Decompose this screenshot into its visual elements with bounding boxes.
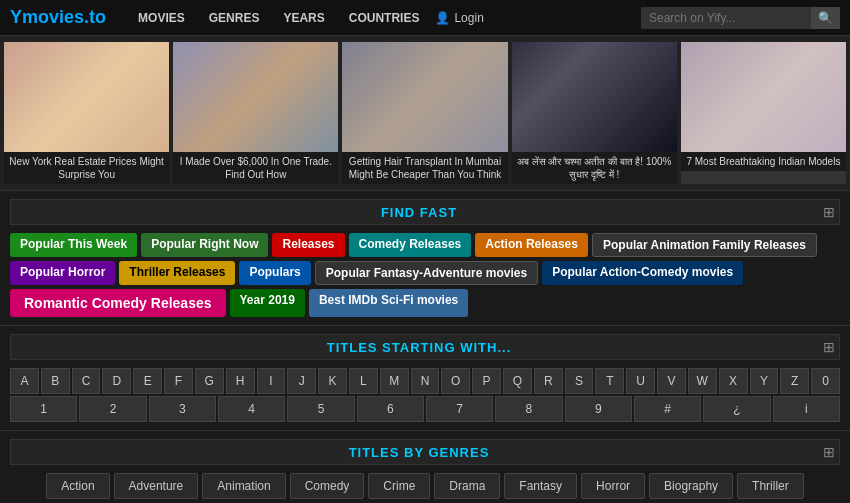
alphabet-button[interactable]: P [472,368,501,394]
search-button[interactable]: 🔍 [811,7,840,29]
alphabet-collapse-icon[interactable]: ⊞ [823,339,835,355]
genre-button[interactable]: Action [46,473,109,499]
genre-button[interactable]: Adventure [114,473,199,499]
alphabet-button[interactable]: R [534,368,563,394]
alphabet-button[interactable]: ¿ [703,396,770,422]
alphabet-button[interactable]: 4 [218,396,285,422]
alphabet-button[interactable]: O [441,368,470,394]
alphabet-button[interactable]: N [411,368,440,394]
find-fast-tag[interactable]: Comedy Releases [349,233,472,257]
alphabet-grid: ABCDEFGHIJKLMNOPQRSTUVWXYZ0123456789#¿i [10,368,840,422]
find-fast-tag[interactable]: Popular Horror [10,261,115,285]
alphabet-button[interactable]: L [349,368,378,394]
nav-movies[interactable]: MOVIES [126,0,197,36]
ad-item-4[interactable]: अब लेंस और चश्मा अतीत की बात है! 100% सु… [512,42,677,184]
alphabet-button[interactable]: 8 [495,396,562,422]
alphabet-button[interactable]: M [380,368,409,394]
find-fast-section: FIND FAST ⊞ Popular This WeekPopular Rig… [0,190,850,325]
login-button[interactable]: 👤 Login [435,11,483,25]
ad-item-2[interactable]: I Made Over $6,000 In One Trade. Find Ou… [173,42,338,184]
ad-item-5[interactable]: 7 Most Breathtaking Indian Models [681,42,846,184]
alphabet-button[interactable]: T [595,368,624,394]
alphabet-button[interactable]: 3 [149,396,216,422]
genre-button[interactable]: Drama [434,473,500,499]
alphabet-button[interactable]: D [102,368,131,394]
alphabet-button[interactable]: Q [503,368,532,394]
alphabet-button[interactable]: 5 [287,396,354,422]
ad-title-4: अब लेंस और चश्मा अतीत की बात है! 100% सु… [512,152,677,184]
ad-title-5: 7 Most Breathtaking Indian Models [681,152,846,171]
ad-item-1[interactable]: New York Real Estate Prices Might Surpri… [4,42,169,184]
find-fast-tag[interactable]: Popular Animation Family Releases [592,233,817,257]
alphabet-button[interactable]: X [719,368,748,394]
find-fast-tag[interactable]: Popular This Week [10,233,137,257]
find-fast-tags: Popular This WeekPopular Right NowReleas… [10,233,840,317]
alphabet-button[interactable]: G [195,368,224,394]
logo-text: Ymovies [10,7,84,27]
alphabet-button[interactable]: 2 [79,396,146,422]
alphabet-button[interactable]: # [634,396,701,422]
alphabet-button[interactable]: 9 [565,396,632,422]
alphabet-section: TITLES STARTING WITH... ⊞ ABCDEFGHIJKLMN… [0,325,850,430]
alphabet-button[interactable]: 0 [811,368,840,394]
find-fast-tag[interactable]: Year 2019 [230,289,305,317]
nav-countries[interactable]: COUNTRIES [337,0,432,36]
genre-button[interactable]: Biography [649,473,733,499]
logo-tld: .to [84,7,106,27]
alphabet-button[interactable]: A [10,368,39,394]
find-fast-tag[interactable]: Action Releases [475,233,588,257]
find-fast-tag[interactable]: Thriller Releases [119,261,235,285]
user-icon: 👤 [435,11,450,25]
find-fast-tag[interactable]: Releases [272,233,344,257]
genre-button[interactable]: Fantasy [504,473,577,499]
ad-title-3: Getting Hair Transplant In Mumbai Might … [342,152,507,184]
login-label: Login [454,11,483,25]
alphabet-button[interactable]: C [72,368,101,394]
alphabet-button[interactable]: J [287,368,316,394]
alphabet-button[interactable]: U [626,368,655,394]
nav-genres[interactable]: GENRES [197,0,272,36]
find-fast-tag[interactable]: Romantic Comedy Releases [10,289,226,317]
find-fast-collapse-icon[interactable]: ⊞ [823,204,835,220]
alphabet-button[interactable]: i [773,396,840,422]
alphabet-button[interactable]: 1 [10,396,77,422]
alphabet-button[interactable]: Z [780,368,809,394]
alphabet-button[interactable]: I [257,368,286,394]
genre-button[interactable]: Comedy [290,473,365,499]
find-fast-tag[interactable]: Popular Action-Comedy movies [542,261,743,285]
ad-image-1 [4,42,169,152]
alphabet-button[interactable]: F [164,368,193,394]
alphabet-header: TITLES STARTING WITH... ⊞ [10,334,840,360]
ad-item-3[interactable]: Getting Hair Transplant In Mumbai Might … [342,42,507,184]
genres-header: TITLES BY GENRES ⊞ [10,439,840,465]
alphabet-button[interactable]: W [688,368,717,394]
find-fast-tag[interactable]: Populars [239,261,310,285]
find-fast-tag[interactable]: Popular Right Now [141,233,268,257]
genres-collapse-icon[interactable]: ⊞ [823,444,835,460]
genre-button[interactable]: Crime [368,473,430,499]
genres-title: TITLES BY GENRES [15,445,823,460]
find-fast-tag[interactable]: Best IMDb Sci-Fi movies [309,289,468,317]
alphabet-button[interactable]: H [226,368,255,394]
alphabet-button[interactable]: S [565,368,594,394]
find-fast-title: FIND FAST [15,205,823,220]
alphabet-button[interactable]: E [133,368,162,394]
alphabet-button[interactable]: 6 [357,396,424,422]
nav-years[interactable]: YEARS [271,0,336,36]
genre-grid: ActionAdventureAnimationComedyCrimeDrama… [10,473,840,503]
search-input[interactable] [641,7,811,29]
ad-banner: New York Real Estate Prices Might Surpri… [0,36,850,190]
alphabet-button[interactable]: B [41,368,70,394]
genre-button[interactable]: Thriller [737,473,804,499]
ad-image-5 [681,42,846,152]
genres-section: TITLES BY GENRES ⊞ ActionAdventureAnimat… [0,430,850,503]
genre-button[interactable]: Horror [581,473,645,499]
genre-button[interactable]: Animation [202,473,285,499]
alphabet-button[interactable]: Y [750,368,779,394]
alphabet-button[interactable]: V [657,368,686,394]
alphabet-button[interactable]: K [318,368,347,394]
alphabet-button[interactable]: 7 [426,396,493,422]
logo[interactable]: Ymovies.to [10,7,106,28]
ad-image-3 [342,42,507,152]
find-fast-tag[interactable]: Popular Fantasy-Adventure movies [315,261,538,285]
